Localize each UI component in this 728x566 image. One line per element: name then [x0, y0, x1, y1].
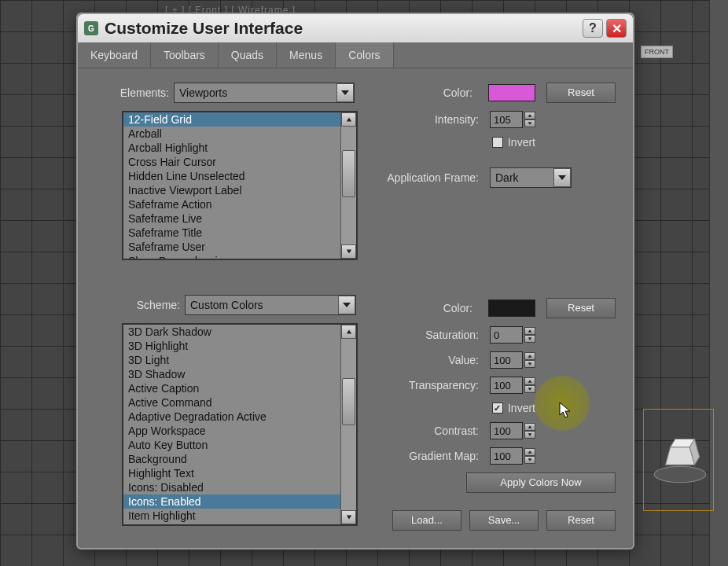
list-item[interactable]: Inactive Viewport Label [123, 183, 340, 197]
value-label: Value: [448, 354, 479, 366]
saturation-spinner[interactable] [490, 326, 535, 344]
scrollbar[interactable] [340, 112, 356, 259]
save-button[interactable]: Save... [469, 510, 539, 531]
scroll-down-icon[interactable] [341, 244, 356, 259]
reset-bottom-button[interactable]: Reset [546, 298, 616, 318]
invert-label-top: Invert [508, 136, 535, 149]
chevron-up-icon[interactable] [524, 112, 535, 119]
svg-marker-10 [343, 303, 351, 307]
dialog-title: Customize User Interface [105, 19, 579, 38]
appframe-dropdown[interactable]: Dark [490, 167, 572, 188]
chevron-down-icon[interactable] [524, 360, 535, 368]
list-item[interactable]: Item Highlight [123, 509, 340, 523]
transparency-input[interactable] [490, 377, 523, 394]
transparency-spinner[interactable] [490, 377, 535, 394]
reset-button[interactable]: Reset [546, 510, 616, 531]
scroll-down-icon[interactable] [341, 510, 356, 524]
invert-checkbox-bottom[interactable] [492, 402, 503, 413]
list-item[interactable]: Safeframe Action [123, 197, 340, 211]
list-item[interactable]: 3D Dark Shadow [123, 325, 340, 339]
elements-dropdown[interactable]: Viewports [174, 83, 355, 103]
chevron-down-icon[interactable] [524, 119, 535, 127]
appframe-label: Application Frame: [387, 171, 479, 184]
scheme-value: Custom Colors [186, 299, 338, 311]
scroll-thumb[interactable] [342, 150, 355, 197]
scheme-listbox[interactable]: 3D Dark Shadow3D Highlight3D Light3D Sha… [122, 323, 358, 526]
chevron-up-icon[interactable] [524, 448, 535, 456]
titlebar[interactable]: G Customize User Interface ? ✕ [78, 14, 633, 42]
contrast-spinner[interactable] [490, 422, 535, 439]
gradient-input[interactable] [490, 447, 523, 465]
scroll-up-icon[interactable] [341, 112, 356, 127]
color-swatch-top[interactable] [488, 84, 535, 101]
list-item[interactable]: 12-Field Grid [123, 112, 340, 127]
tab-colors[interactable]: Colors [336, 42, 393, 68]
scroll-thumb[interactable] [342, 378, 355, 425]
chevron-down-icon[interactable] [553, 168, 571, 187]
tab-toolbars[interactable]: Toolbars [151, 42, 219, 68]
intensity-spinner[interactable] [490, 111, 535, 128]
list-item[interactable]: Auto Key Button [123, 438, 340, 452]
list-item[interactable]: Adaptive Degradation Active [123, 410, 340, 424]
invert-checkbox-top[interactable] [492, 137, 503, 148]
value-spinner[interactable] [490, 351, 535, 369]
list-item[interactable]: Modifier Selection [123, 523, 340, 524]
cube-thumbnail [648, 423, 712, 487]
list-item[interactable]: Show Dependencies [123, 254, 340, 259]
svg-marker-14 [528, 337, 532, 340]
scheme-label: Scheme: [117, 299, 180, 311]
list-item[interactable]: Icons: Enabled [123, 494, 340, 509]
list-item[interactable]: Background [123, 452, 340, 466]
list-item[interactable]: Icons: Disabled [123, 480, 340, 494]
list-item[interactable]: Safeframe User [123, 240, 340, 254]
reset-top-button[interactable]: Reset [546, 83, 616, 103]
scroll-up-icon[interactable] [341, 325, 356, 339]
close-button[interactable]: ✕ [606, 19, 627, 38]
list-item[interactable]: Cross Hair Cursor [123, 155, 340, 169]
list-item[interactable]: 3D Shadow [123, 367, 340, 381]
chevron-up-icon[interactable] [524, 423, 535, 431]
list-item[interactable]: 3D Light [123, 353, 340, 367]
saturation-input[interactable] [490, 326, 523, 344]
scheme-dropdown[interactable]: Custom Colors [185, 295, 356, 315]
chevron-up-icon[interactable] [524, 352, 535, 360]
color-label: Color: [443, 86, 472, 99]
invert-label-bottom: Invert [508, 402, 535, 414]
chevron-down-icon[interactable] [524, 335, 535, 343]
chevron-down-icon[interactable] [338, 296, 355, 314]
list-item[interactable]: Hidden Line Unselected [123, 169, 340, 183]
svg-marker-18 [528, 388, 532, 391]
gradient-spinner[interactable] [490, 447, 535, 465]
chevron-down-icon[interactable] [524, 456, 535, 464]
chevron-up-icon[interactable] [524, 377, 535, 385]
color-swatch-bottom[interactable] [488, 300, 535, 317]
list-item[interactable]: Highlight Text [123, 466, 340, 480]
chevron-down-icon[interactable] [336, 83, 354, 102]
tab-bar: KeyboardToolbarsQuadsMenusColors [78, 42, 633, 68]
tab-quads[interactable]: Quads [219, 42, 277, 68]
list-item[interactable]: Safeframe Title [123, 226, 340, 240]
list-item[interactable]: Active Command [123, 395, 340, 410]
list-item[interactable]: Safeframe Live [123, 211, 340, 226]
contrast-input[interactable] [490, 422, 523, 439]
list-item[interactable]: 3D Highlight [123, 339, 340, 353]
tab-menus[interactable]: Menus [277, 42, 336, 68]
help-button[interactable]: ? [583, 19, 603, 38]
list-item[interactable]: Arcball Highlight [123, 141, 340, 155]
value-input[interactable] [490, 351, 523, 369]
intensity-input[interactable] [490, 111, 523, 128]
scrollbar[interactable] [340, 325, 356, 524]
svg-marker-6 [346, 250, 351, 254]
list-item[interactable]: App Workspace [123, 424, 340, 438]
viewcube-front[interactable]: FRONT [641, 46, 673, 58]
list-item[interactable]: Active Caption [123, 381, 340, 395]
list-item[interactable]: Arcball [123, 127, 340, 141]
chevron-down-icon[interactable] [524, 431, 535, 439]
tab-keyboard[interactable]: Keyboard [78, 42, 151, 68]
svg-marker-21 [528, 450, 532, 454]
load-button[interactable]: Load... [392, 510, 461, 531]
apply-colors-button[interactable]: Apply Colors Now [466, 472, 616, 493]
chevron-down-icon[interactable] [524, 385, 535, 393]
chevron-up-icon[interactable] [524, 327, 535, 335]
elements-listbox[interactable]: 12-Field GridArcballArcball HighlightCro… [122, 111, 358, 260]
